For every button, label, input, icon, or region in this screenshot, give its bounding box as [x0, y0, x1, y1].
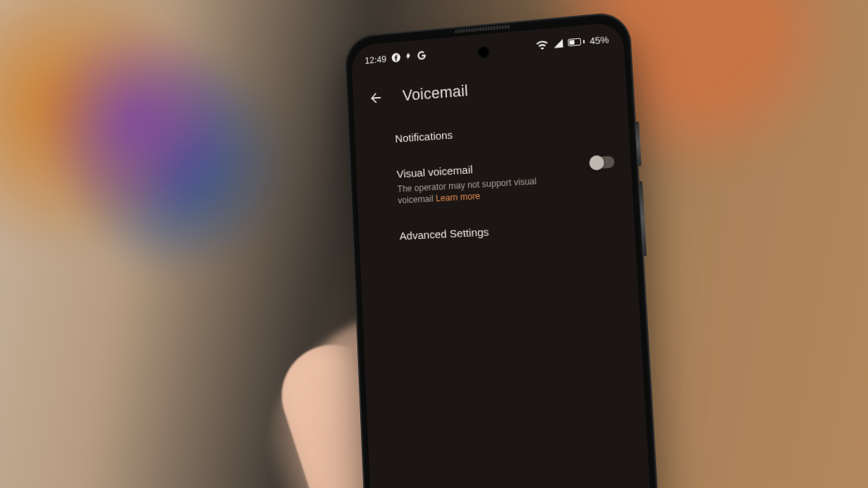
- page-title: Voicemail: [402, 82, 469, 106]
- screen: 12:49: [351, 22, 658, 488]
- arrow-left-icon: [368, 90, 383, 106]
- status-right: 45%: [536, 34, 609, 51]
- battery-icon: [568, 38, 585, 46]
- signal-icon: [553, 39, 563, 49]
- clock: 12:49: [365, 53, 387, 65]
- notifications-title: Notifications: [395, 117, 613, 146]
- wifi-icon: [536, 40, 548, 49]
- status-left: 12:49: [365, 50, 427, 66]
- toggle-knob: [589, 155, 604, 171]
- learn-more-link[interactable]: Learn more: [435, 191, 480, 203]
- bolt-icon: [405, 51, 412, 62]
- visual-voicemail-item[interactable]: Visual voicemail The operator may not su…: [396, 143, 617, 218]
- advanced-settings-title: Advanced Settings: [399, 219, 618, 243]
- battery-percent: 45%: [590, 34, 609, 46]
- phone: 12:49: [344, 11, 666, 488]
- facebook-icon: [391, 52, 401, 63]
- google-icon: [417, 50, 427, 61]
- settings-list: Notifications Visual voicemail The opera…: [354, 104, 636, 256]
- visual-voicemail-toggle[interactable]: [590, 156, 615, 169]
- back-button[interactable]: [362, 83, 390, 113]
